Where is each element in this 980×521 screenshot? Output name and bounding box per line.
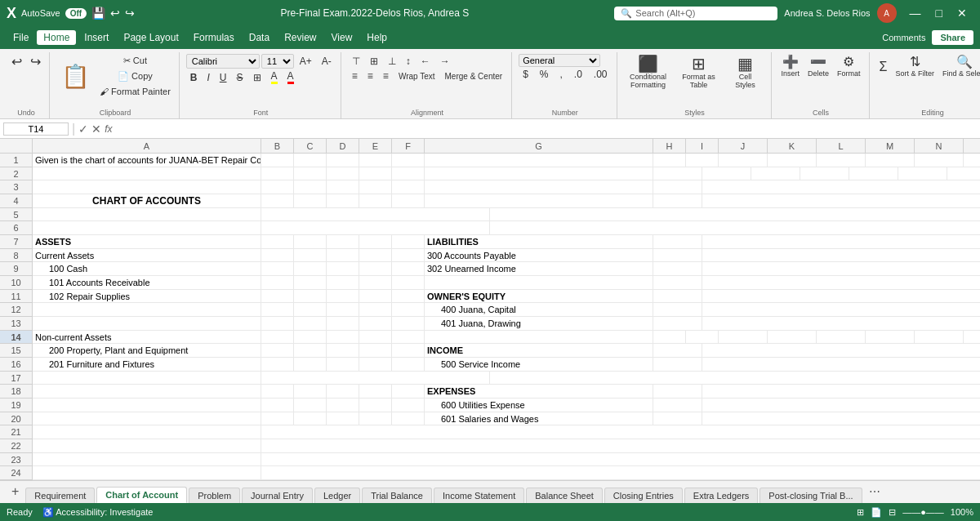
row-header-8[interactable]: 8 [0,249,32,263]
cell-M14[interactable] [866,331,915,344]
cell-A15[interactable]: 200 Property, Plant and Equipment [33,344,261,357]
cell-A4[interactable]: CHART OF ACCOUNTS [33,194,261,207]
format-cells-button[interactable]: ⚙Format [834,54,864,79]
cell-B4[interactable] [261,194,294,207]
cell-B18[interactable] [261,385,294,398]
save-icon[interactable]: 💾 [91,7,105,20]
row-header-15[interactable]: 15 [0,344,32,358]
cell-C4[interactable] [294,194,327,207]
cell-D1[interactable] [327,154,359,167]
increase-decimal-button[interactable]: .0 [570,67,586,82]
col-header-M[interactable]: M [866,139,915,153]
cell-H14[interactable] [653,331,686,344]
cell-E14[interactable] [359,331,392,344]
cell-A18[interactable] [33,385,261,398]
cell-I2[interactable] [702,167,751,180]
share-button[interactable]: Share [932,30,973,45]
col-header-D[interactable]: D [327,139,359,153]
cell-C13[interactable] [294,317,327,330]
align-center-button[interactable]: ≡ [363,69,377,83]
wrap-text-button[interactable]: Wrap Text [394,70,439,82]
cell-G4[interactable] [425,194,653,207]
menu-review[interactable]: Review [278,30,323,45]
sum-button[interactable]: Σ [876,59,891,75]
formula-check-button[interactable]: ✓ [78,122,88,136]
bold-button[interactable]: B [186,70,202,85]
cell-D12[interactable] [327,303,359,316]
find-select-button[interactable]: 🔍Find & Select [939,54,980,79]
menu-data[interactable]: Data [243,30,276,45]
cell-B19[interactable] [261,399,294,412]
cell-B14[interactable] [261,331,294,344]
cell-G10[interactable] [425,276,653,289]
border-button[interactable]: ⊞ [249,70,265,85]
cell-C11[interactable] [294,290,327,303]
cell-C3[interactable] [294,180,327,194]
cell-B2[interactable] [261,167,294,180]
copy-button[interactable]: 📄 Copy [96,69,174,83]
cell-E8[interactable] [359,249,392,262]
cell-L2[interactable] [849,167,898,180]
row-header-4[interactable]: 4 [0,194,32,208]
cell-B16[interactable] [261,358,294,371]
cell-E1[interactable] [359,154,392,167]
cell-F12[interactable] [392,303,425,316]
cell-E13[interactable] [359,317,392,330]
cell-F8[interactable] [392,249,425,262]
tab-post-closing[interactable]: Post-closing Trial B... [760,488,862,503]
menu-file[interactable]: File [7,30,35,45]
cell-H13[interactable] [653,317,702,330]
row-header-13[interactable]: 13 [0,317,32,331]
cell-F10[interactable] [392,276,425,289]
cell-G18[interactable]: EXPENSES [425,385,653,398]
comma-button[interactable]: , [555,67,566,82]
row-header-16[interactable]: 16 [0,358,32,372]
conditional-formatting-button[interactable]: ⬛ Conditional Formatting [624,54,673,91]
cell-J14[interactable] [719,331,768,344]
underline-button[interactable]: U [216,70,231,85]
cell-A6[interactable] [33,221,261,234]
row-header-1[interactable]: 1 [0,154,32,167]
cell-G15[interactable]: INCOME [425,344,653,357]
cell-A3[interactable] [33,180,261,194]
col-header-O[interactable]: O [964,139,980,153]
align-bottom-button[interactable]: ⊥ [384,54,400,69]
cell-B8[interactable] [261,249,294,262]
cell-A8[interactable]: Current Assets [33,249,261,262]
cell-G13[interactable]: 401 Juana, Drawing [425,317,653,330]
cell-E3[interactable] [359,180,392,194]
cell-J2[interactable] [751,167,800,180]
cell-H19[interactable] [653,399,702,412]
cell-C8[interactable] [294,249,327,262]
cell-O14[interactable] [964,331,980,344]
cell-D3[interactable] [327,180,359,194]
cell-E15[interactable] [359,344,392,357]
cell-A1[interactable]: Given is the chart of accounts for JUANA… [33,154,261,167]
menu-page-layout[interactable]: Page Layout [117,30,185,45]
cell-C20[interactable] [294,412,327,425]
search-box[interactable]: 🔍 Search (Alt+Q) [614,7,777,20]
cell-E18[interactable] [359,385,392,398]
row-header-18[interactable]: 18 [0,385,32,399]
cell-E10[interactable] [359,276,392,289]
cell-K2[interactable] [800,167,849,180]
cell-D8[interactable] [327,249,359,262]
cell-H16[interactable] [653,358,702,371]
menu-view[interactable]: View [325,30,359,45]
fill-color-button[interactable]: A [267,69,282,86]
redo-button[interactable]: ↪ [27,54,44,70]
decrease-font-button[interactable]: A- [318,54,336,69]
cell-C7[interactable] [294,235,327,248]
row-header-24[interactable]: 24 [0,466,32,480]
col-header-H[interactable]: H [653,139,686,153]
cell-C12[interactable] [294,303,327,316]
cell-F1[interactable] [392,154,425,167]
cell-N14[interactable] [915,331,964,344]
cell-C14[interactable] [294,331,327,344]
cell-E9[interactable] [359,262,392,275]
col-header-K[interactable]: K [768,139,817,153]
cell-B3[interactable] [261,180,294,194]
tab-journal-entry[interactable]: Journal Entry [242,488,313,503]
cell-E11[interactable] [359,290,392,303]
cell-G17[interactable] [261,372,490,385]
